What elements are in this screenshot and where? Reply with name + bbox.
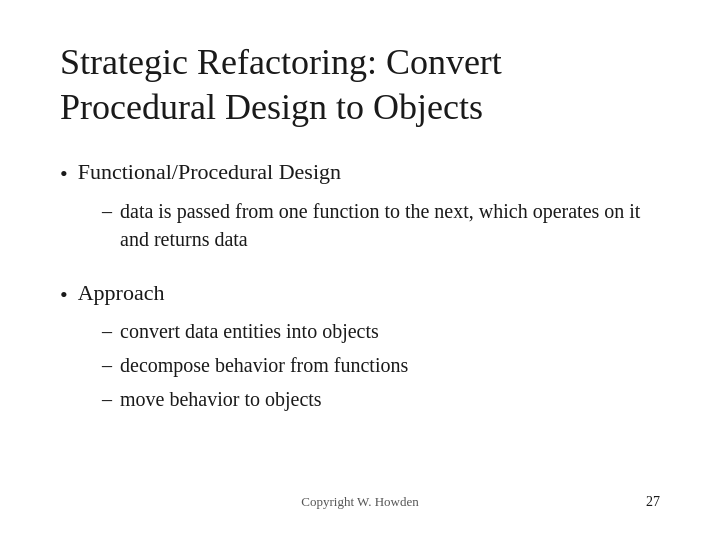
bullet-1-subitems: – data is passed from one function to th… bbox=[102, 197, 660, 253]
sub-dash-2-1: – bbox=[102, 317, 112, 345]
page-number: 27 bbox=[646, 494, 660, 510]
bullet-2-header: • Approach bbox=[60, 279, 660, 310]
bullet-2-label: Approach bbox=[78, 279, 165, 308]
bullet-1-label: Functional/Procedural Design bbox=[78, 158, 341, 187]
bullet-1: • Functional/Procedural Design – data is… bbox=[60, 158, 660, 253]
slide-content: • Functional/Procedural Design – data is… bbox=[60, 158, 660, 466]
sub-text-2-1: convert data entities into objects bbox=[120, 317, 379, 345]
title-line2: Procedural Design to Objects bbox=[60, 87, 483, 127]
sub-text-2-3: move behavior to objects bbox=[120, 385, 322, 413]
title-line1: Strategic Refactoring: Convert bbox=[60, 42, 502, 82]
sub-item-2-3: – move behavior to objects bbox=[102, 385, 660, 413]
copyright-text: Copyright W. Howden bbox=[301, 494, 418, 510]
sub-dash-1-1: – bbox=[102, 197, 112, 225]
bullet-1-dot: • bbox=[60, 160, 68, 189]
slide-title: Strategic Refactoring: Convert Procedura… bbox=[60, 40, 660, 130]
sub-item-2-1: – convert data entities into objects bbox=[102, 317, 660, 345]
slide-footer: Copyright W. Howden bbox=[60, 486, 660, 510]
sub-item-1-1: – data is passed from one function to th… bbox=[102, 197, 660, 253]
sub-text-1-1: data is passed from one function to the … bbox=[120, 197, 660, 253]
bullet-2: • Approach – convert data entities into … bbox=[60, 279, 660, 414]
bullet-1-header: • Functional/Procedural Design bbox=[60, 158, 660, 189]
sub-dash-2-2: – bbox=[102, 351, 112, 379]
sub-text-2-2: decompose behavior from functions bbox=[120, 351, 408, 379]
slide: Strategic Refactoring: Convert Procedura… bbox=[0, 0, 720, 540]
sub-dash-2-3: – bbox=[102, 385, 112, 413]
bullet-2-subitems: – convert data entities into objects – d… bbox=[102, 317, 660, 413]
sub-item-2-2: – decompose behavior from functions bbox=[102, 351, 660, 379]
bullet-2-dot: • bbox=[60, 281, 68, 310]
